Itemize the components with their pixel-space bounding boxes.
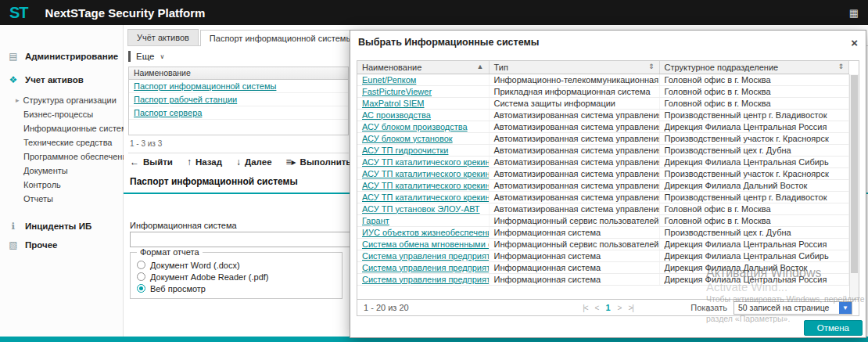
unit-cell: Головной офис в г. Москва bbox=[659, 74, 849, 85]
sidebar-item-org-structure[interactable]: ▸ Структура организации bbox=[0, 93, 123, 107]
table-row[interactable]: FastPictureViewerПрикладная информационн… bbox=[357, 85, 849, 97]
table-row[interactable]: АСУ ТП каталитического крекингаАвтоматиз… bbox=[357, 179, 849, 191]
radio-option-docx[interactable]: Документ Word (.docx) bbox=[137, 259, 335, 271]
tab-asset-accounting[interactable]: Учёт активов bbox=[127, 29, 199, 45]
exit-button[interactable]: ← Выйти bbox=[130, 157, 173, 167]
system-link[interactable]: Гарант bbox=[362, 216, 389, 225]
table-row[interactable]: ИУС объектов жизнеобеспеченияИнформацион… bbox=[357, 226, 849, 238]
system-link[interactable]: АСУ ТП каталитического крекинга bbox=[362, 169, 489, 178]
table-row[interactable]: АСУ блоком производстваАвтоматизированна… bbox=[357, 121, 849, 132]
tab-information-system-passport[interactable]: Паспорт информационной системы × bbox=[200, 30, 372, 46]
table-row[interactable]: MaxPatrol SIEMСистема защиты информацииГ… bbox=[357, 97, 849, 109]
sidebar-item-technical-means[interactable]: Технические средства bbox=[0, 135, 123, 149]
sidebar-item-reports[interactable]: Отчеты bbox=[0, 192, 123, 206]
first-page-icon[interactable]: |< bbox=[583, 304, 587, 312]
table-row[interactable]: АСУ блоком установокАвтоматизированная с… bbox=[357, 132, 849, 144]
table-row[interactable]: АСУ ТП гидроочисткиАвтоматизированная си… bbox=[357, 144, 849, 156]
next-button[interactable]: ↓ Далее bbox=[236, 157, 272, 167]
sidebar-item-software[interactable]: Программное обеспечение bbox=[0, 149, 123, 164]
table-row[interactable]: Система управления предприяти...Информац… bbox=[357, 273, 849, 285]
system-link[interactable]: АСУ ТП гидроочистки bbox=[362, 146, 448, 155]
information-system-input[interactable] bbox=[130, 232, 353, 247]
column-header-unit[interactable]: Структурное подразделение ⇕ bbox=[659, 61, 849, 74]
sidebar-item-documents[interactable]: Документы bbox=[0, 164, 123, 178]
table-row[interactable]: Система управления предприяти...Информац… bbox=[357, 250, 849, 261]
modal-pagination: 1 - 20 из 20 |< < 1 > >| Показать 50 зап… bbox=[357, 300, 859, 316]
sort-icon[interactable]: ⇕ bbox=[838, 63, 844, 70]
column-header-name[interactable]: Наименование ▲ bbox=[357, 61, 489, 74]
system-link[interactable]: MaxPatrol SIEM bbox=[362, 99, 424, 108]
name-cell: Система управления предприяти... bbox=[357, 273, 489, 285]
sort-icon[interactable]: ⇕ bbox=[648, 63, 655, 70]
sidebar-item-ib-incidents[interactable]: ℹ Инциденты ИБ bbox=[0, 217, 123, 236]
report-link[interactable]: Паспорт сервера bbox=[134, 108, 202, 117]
more-menu-button[interactable]: Еще ∨ bbox=[128, 49, 164, 63]
system-link[interactable]: Система обмена мгновенными с... bbox=[362, 239, 489, 249]
system-link[interactable]: Eunet/Репком bbox=[362, 75, 416, 85]
table-row[interactable]: АСУ ТП каталитического крекингаАвтоматиз… bbox=[357, 191, 849, 203]
sidebar-item-asset-accounting[interactable]: ❖ Учет активов bbox=[0, 70, 123, 89]
system-link[interactable]: ИУС объектов жизнеобеспечения bbox=[362, 228, 489, 237]
table-row[interactable]: АСУ ТП каталитического крекингаАвтоматиз… bbox=[357, 167, 849, 179]
sidebar-item-business-processes[interactable]: Бизнес-процессы bbox=[0, 107, 123, 121]
system-link[interactable]: АСУ блоком производства bbox=[362, 122, 468, 131]
system-link[interactable]: АСУ ТП каталитического крекинга bbox=[362, 193, 489, 202]
type-cell: Информационная система bbox=[489, 226, 659, 238]
type-cell: Автоматизированная система управления bbox=[489, 121, 659, 132]
system-link[interactable]: АСУ ТП каталитического крекинга bbox=[362, 181, 489, 190]
close-icon[interactable]: × bbox=[851, 37, 858, 49]
table-row[interactable]: ГарантИнформационный сервис пользователе… bbox=[357, 214, 849, 226]
sidebar-item-control[interactable]: Контроль bbox=[0, 178, 123, 192]
apps-grid-icon[interactable]: ▦ bbox=[849, 7, 859, 19]
sort-asc-icon[interactable]: ▲ bbox=[477, 63, 484, 70]
table-row[interactable]: АСУ ТП установок ЭЛОУ-АВТАвтоматизирован… bbox=[357, 203, 849, 214]
vertical-scrollbar[interactable] bbox=[849, 74, 859, 299]
select-information-systems-dialog: Выбрать Информационные системы × Наимено… bbox=[350, 30, 866, 338]
sidebar-item-administration[interactable]: ▤ Администрирование bbox=[0, 47, 123, 66]
sidebar-item-information-systems[interactable]: Информационные системы bbox=[0, 121, 123, 135]
list-item: Паспорт рабочей станции bbox=[129, 93, 348, 106]
name-cell: Eunet/Репком bbox=[357, 74, 489, 85]
sidebar-item-label: Программное обеспечение bbox=[23, 152, 132, 161]
system-link[interactable]: Система управления предприяти... bbox=[362, 275, 489, 284]
sidebar-item-label: Отчеты bbox=[23, 194, 53, 203]
menu-divider bbox=[128, 51, 131, 62]
report-link[interactable]: Паспорт рабочей станции bbox=[134, 95, 237, 104]
unit-cell: Дирекция Филиала Центральная Россия bbox=[659, 238, 849, 250]
scrollbar-thumb[interactable] bbox=[851, 75, 858, 273]
radio-option-pdf[interactable]: Документ Adobe Reader (.pdf) bbox=[137, 271, 335, 283]
table-row[interactable]: АСУ ТП каталитического крекингаАвтоматиз… bbox=[357, 156, 849, 167]
report-link[interactable]: Паспорт информационной системы bbox=[134, 81, 276, 91]
app-header: ST NextSTage Security Platform ▦ bbox=[0, 0, 868, 25]
sidebar-item-label: Структура организации bbox=[23, 95, 117, 105]
radio-option-web[interactable]: Веб просмотр bbox=[137, 283, 335, 294]
system-link[interactable]: АСУ блоком установок bbox=[362, 134, 453, 143]
column-header-type[interactable]: Тип ⇕ bbox=[489, 61, 659, 74]
unit-cell: Дирекция Филиала Центральная Сибирь bbox=[659, 250, 849, 261]
sidebar-item-other[interactable]: ▧ Прочее bbox=[0, 236, 123, 254]
system-link[interactable]: Система управления предприяти... bbox=[362, 251, 489, 261]
list-item: Паспорт сервера bbox=[129, 106, 348, 120]
last-page-icon[interactable]: >| bbox=[628, 304, 633, 312]
table-row[interactable]: Система управления предприяти...Информац… bbox=[357, 261, 849, 273]
system-link[interactable]: FastPictureViewer bbox=[362, 87, 432, 96]
execute-button[interactable]: ≡▸ Выполнить bbox=[286, 157, 352, 167]
system-link[interactable]: АСУ ТП каталитического крекинга bbox=[362, 157, 489, 167]
prev-page-icon[interactable]: < bbox=[595, 304, 599, 312]
list-column-header[interactable]: Наименование bbox=[129, 67, 348, 80]
table-row[interactable]: АС производстваАвтоматизированная систем… bbox=[357, 109, 849, 121]
table-row[interactable]: Eunet/РепкомИнформационно-телекоммуникац… bbox=[357, 74, 849, 85]
table-row[interactable]: Система обмена мгновенными с...Информаци… bbox=[357, 238, 849, 250]
other-icon: ▧ bbox=[8, 239, 19, 250]
page-size-select[interactable]: 50 записей на странице ▼ bbox=[733, 301, 852, 315]
cancel-button[interactable]: Отмена bbox=[804, 320, 863, 336]
sidebar-item-label: Учет активов bbox=[25, 75, 84, 85]
unit-cell: Головной офис в г. Москва bbox=[659, 85, 849, 97]
system-link[interactable]: АСУ ТП установок ЭЛОУ-АВТ bbox=[362, 204, 480, 214]
back-button[interactable]: ↑ Назад bbox=[187, 157, 222, 167]
current-page[interactable]: 1 bbox=[605, 303, 610, 312]
next-page-icon[interactable]: > bbox=[618, 304, 622, 312]
system-link[interactable]: АС производства bbox=[362, 110, 431, 120]
system-link[interactable]: Система управления предприяти... bbox=[362, 263, 489, 272]
radio-label: Документ Adobe Reader (.pdf) bbox=[150, 272, 269, 282]
